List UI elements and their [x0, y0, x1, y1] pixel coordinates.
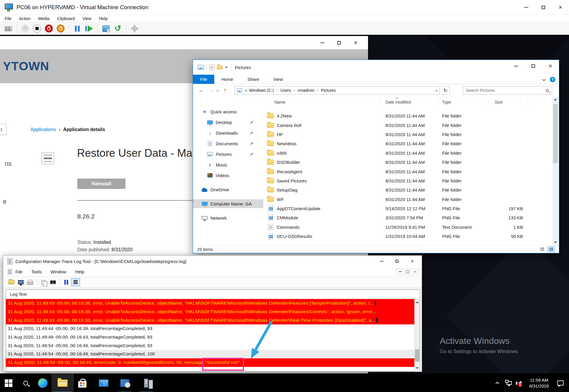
sidebar-item-music[interactable]: ♪ Music — [193, 160, 263, 169]
ctrl-alt-del-icon[interactable] — [3, 24, 13, 34]
explorer-scrollbar[interactable] — [552, 97, 558, 245]
scroll-up-icon[interactable] — [554, 99, 557, 100]
taskbar-store-button[interactable] — [74, 373, 91, 392]
network-tray-icon[interactable] — [506, 381, 512, 385]
turn-off-icon[interactable] — [44, 24, 54, 34]
log-row-error[interactable]: 31 Aug 2020, 11:49:43 -05:00, 00:16:38, … — [6, 308, 414, 316]
file-row[interactable]: 4.2New8/31/2020 11:44 AMFile folder — [264, 111, 552, 120]
scroll-up-icon[interactable] — [416, 301, 419, 303]
file-row[interactable]: Saved Pictures8/31/2020 11:44 AMFile fol… — [264, 176, 552, 185]
sidebar-item-desktop[interactable]: Desktop — [193, 118, 263, 127]
vm-menu-clipboard[interactable]: Clipboard — [57, 16, 75, 21]
action-center-icon[interactable] — [557, 380, 564, 386]
file-row[interactable]: Commands11/26/2019 9:41 PMText Document1… — [264, 223, 552, 232]
log-row-success[interactable]: 31 Aug 2020, 11:49:54 -05:00, 00:16:49, … — [6, 358, 414, 367]
sidebar-item-pictures[interactable]: Pictures — [193, 150, 263, 159]
crumb-users[interactable]: Users — [280, 88, 291, 93]
taskbar-explorer-button[interactable] — [51, 373, 74, 392]
log-text-column-header[interactable]: Log Text — [6, 290, 420, 299]
log-close-button[interactable]: × — [405, 256, 420, 267]
file-row[interactable]: OSDBuilder8/31/2020 11:44 AMFile folder — [264, 158, 552, 167]
find-icon[interactable] — [48, 278, 57, 286]
search-icon[interactable] — [546, 89, 549, 92]
new-folder-icon[interactable] — [217, 65, 223, 69]
pause-icon[interactable] — [72, 24, 82, 34]
explorer-minimize-button[interactable] — [508, 60, 525, 72]
log-minimize-button[interactable] — [374, 256, 389, 267]
log-menu-window[interactable]: Window — [50, 269, 66, 274]
shut-down-icon[interactable] — [55, 24, 66, 34]
sc-close-button[interactable]: × — [347, 36, 364, 49]
log-row[interactable]: 31 Aug 2020, 11:49:54 -05:00, 00:16:49, … — [6, 341, 414, 350]
start-button[interactable] — [0, 373, 17, 392]
help-icon[interactable]: ? — [550, 77, 555, 82]
sidebar-item-videos[interactable]: Videos — [193, 171, 263, 180]
sidebar-item-documents[interactable]: Documents — [193, 139, 263, 148]
file-row[interactable]: HP8/31/2020 11:44 AMFile folder — [264, 130, 552, 139]
taskbar-mail-button[interactable] — [95, 373, 112, 392]
stop-icon[interactable] — [32, 24, 42, 34]
search-input[interactable] — [463, 88, 546, 93]
checkpoint-icon[interactable] — [101, 24, 111, 34]
log-row[interactable]: 31 Aug 2020, 11:49:44 -05:00, 00:16:39, … — [6, 324, 414, 333]
address-bar[interactable]: « Windows (C:) › Users › cmadmin › Pictu… — [234, 86, 440, 94]
file-row[interactable]: CMModule3/31/2020 7:54 PMPNG File133 KB — [264, 213, 552, 222]
resume-icon[interactable] — [84, 24, 94, 34]
volume-muted-icon[interactable] — [518, 381, 521, 386]
details-view-button[interactable] — [547, 246, 555, 252]
file-row[interactable]: NewIdeas8/31/2020 11:44 AMFile folder — [264, 139, 552, 148]
recent-locations-icon[interactable] — [216, 89, 219, 92]
tab-file[interactable]: File — [193, 75, 214, 84]
vm-close-button[interactable]: × — [552, 0, 569, 15]
error-lookup-icon[interactable] — [16, 278, 25, 286]
scrollbar-thumb[interactable] — [415, 349, 419, 362]
search-box[interactable] — [463, 86, 552, 94]
open-icon[interactable] — [7, 278, 16, 286]
vm-maximize-button[interactable] — [535, 0, 552, 15]
column-type[interactable]: Type — [442, 100, 451, 104]
log-row[interactable]: 31 Aug 2020, 11:49:48 -05:00, 00:16:43, … — [6, 333, 414, 342]
reinstall-button[interactable]: Reinstall — [77, 179, 125, 189]
refresh-icon[interactable]: ↻ — [442, 86, 450, 94]
tab-view[interactable]: View — [266, 75, 290, 84]
column-name[interactable]: Name — [274, 100, 285, 104]
revert-icon[interactable]: ↺ — [113, 24, 123, 34]
breadcrumb-applications[interactable]: Applications — [30, 127, 56, 132]
file-row[interactable]: o3658/31/2020 11:44 AMFile folder — [264, 148, 552, 158]
taskbar-server-button[interactable] — [138, 373, 155, 392]
up-icon[interactable]: ↑ — [224, 87, 227, 94]
file-row[interactable]: DCU-OSDResults1/31/2019 10:04 AMPNG File… — [264, 232, 552, 241]
vm-menu-file[interactable]: File — [5, 16, 12, 21]
taskbar-search-button[interactable] — [17, 373, 34, 392]
crumb-windows-c[interactable]: Windows (C:) — [249, 88, 274, 93]
column-date-modified[interactable]: Date modified — [385, 100, 411, 104]
log-menu-tools[interactable]: Tools — [31, 269, 42, 274]
log-menu-help[interactable]: Help — [75, 269, 84, 274]
sidebar-item-this-pc[interactable]: Computer Name: GA — [193, 199, 263, 208]
ribbon-expand-icon[interactable] — [542, 78, 545, 81]
file-row[interactable]: Camera Roll8/31/2020 11:44 AMFile folder — [264, 120, 552, 130]
log-row[interactable]: 31 Aug 2020, 11:49:54 -05:00, 00:16:49, … — [6, 350, 414, 358]
file-row[interactable]: SetupDiag8/31/2020 11:44 AMFile folder — [264, 185, 552, 195]
vm-minimize-button[interactable] — [518, 0, 535, 15]
tab-share[interactable]: Share — [240, 75, 266, 84]
sc-maximize-button[interactable] — [331, 36, 347, 49]
crumb-cmadmin[interactable]: cmadmin — [297, 88, 314, 93]
sidebar-item-quick-access[interactable]: ★ Quick access — [193, 107, 263, 116]
taskbar-software-center-button[interactable] — [116, 373, 133, 392]
vm-menu-help[interactable]: Help — [99, 16, 108, 21]
tray-expand-icon[interactable] — [496, 382, 499, 386]
scrollbar-thumb[interactable] — [553, 104, 558, 163]
vm-menu-media[interactable]: Media — [38, 16, 49, 21]
properties-icon[interactable]: ✓ — [210, 65, 214, 70]
file-row[interactable]: RecastAgent8/31/2020 11:44 AMFile folder — [264, 167, 552, 176]
log-row-error[interactable]: 31 Aug 2020, 11:49:43 -05:00, 00:16:38, … — [6, 316, 414, 324]
log-row-error[interactable]: 31 Aug 2020, 11:49:43 -05:00, 00:16:38, … — [6, 299, 414, 308]
log-maximize-button[interactable] — [389, 256, 405, 267]
pause-log-icon[interactable] — [62, 278, 71, 286]
vm-menu-action[interactable]: Action — [19, 16, 31, 21]
explorer-maximize-button[interactable] — [525, 60, 542, 72]
qat-customize-icon[interactable] — [225, 67, 228, 68]
copy-icon[interactable] — [39, 278, 48, 286]
taskbar-edge-button[interactable] — [34, 373, 51, 392]
